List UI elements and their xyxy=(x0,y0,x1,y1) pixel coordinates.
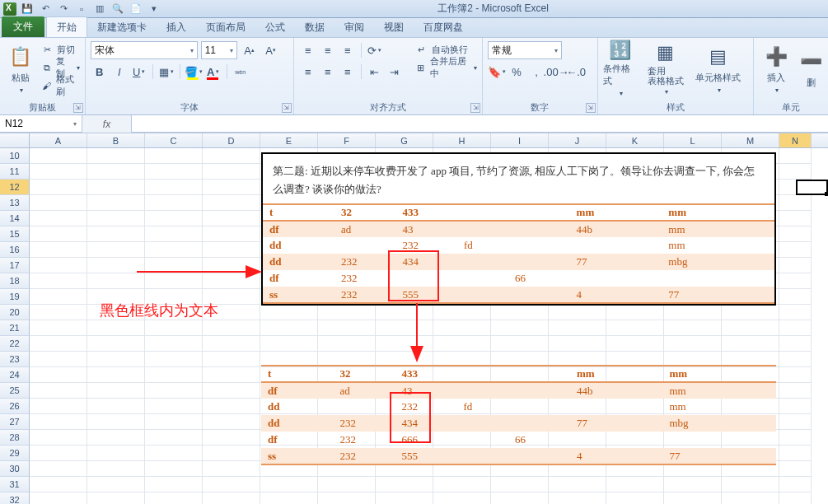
row-header-14[interactable]: 14 xyxy=(0,211,30,226)
tab-data[interactable]: 数据 xyxy=(295,17,334,37)
col-header-D[interactable]: D xyxy=(203,133,260,147)
row-header-23[interactable]: 23 xyxy=(0,352,30,367)
number-format-combo[interactable]: 常规▾ xyxy=(488,41,562,59)
col-header-G[interactable]: G xyxy=(376,133,433,147)
qat-btn-4[interactable]: ▫ xyxy=(74,2,89,16)
align-left-button[interactable]: ≡ xyxy=(299,63,317,81)
save-icon[interactable]: 💾 xyxy=(20,2,35,16)
tab-newtab[interactable]: 新建选项卡 xyxy=(87,17,157,37)
row-header-25[interactable]: 25 xyxy=(0,383,30,399)
fx-button[interactable]: fx xyxy=(82,115,132,133)
clipboard-launcher-icon[interactable]: ⇲ xyxy=(73,103,83,113)
row-header-17[interactable]: 17 xyxy=(0,258,30,273)
row-header-32[interactable]: 32 xyxy=(0,492,30,504)
row-header-18[interactable]: 18 xyxy=(0,273,30,289)
row-header-13[interactable]: 13 xyxy=(0,195,30,211)
border-button[interactable]: ▦ xyxy=(157,63,175,81)
col-header-A[interactable]: A xyxy=(30,133,87,147)
row-header-21[interactable]: 21 xyxy=(0,320,30,336)
insert-cells-button[interactable]: ➕插入 xyxy=(759,41,793,96)
col-header-H[interactable]: H xyxy=(433,133,491,147)
merge-center-button[interactable]: ⊞合并后居中▾ xyxy=(415,59,477,76)
col-header-J[interactable]: J xyxy=(549,133,606,147)
col-header-C[interactable]: C xyxy=(145,133,203,147)
select-all-corner[interactable] xyxy=(0,133,30,147)
tab-formula[interactable]: 公式 xyxy=(255,17,295,37)
tab-layout[interactable]: 页面布局 xyxy=(196,17,255,37)
tab-insert[interactable]: 插入 xyxy=(157,17,196,37)
font-name-combo[interactable]: 宋体▾ xyxy=(91,41,198,59)
qat-btn-5[interactable]: ▥ xyxy=(92,2,107,16)
formula-input[interactable] xyxy=(132,115,828,133)
italic-button[interactable]: I xyxy=(110,63,129,81)
row-header-12[interactable]: 12 xyxy=(0,180,30,195)
row-header-20[interactable]: 20 xyxy=(0,305,30,320)
name-box[interactable]: N12▾ xyxy=(0,115,82,133)
row-header-24[interactable]: 24 xyxy=(0,367,30,383)
qat-btn-6[interactable]: 🔍 xyxy=(110,2,125,16)
fill-color-button[interactable]: 🪣 xyxy=(185,63,203,81)
row-header-30[interactable]: 30 xyxy=(0,461,30,477)
arrow-right-icon xyxy=(137,264,269,280)
shrink-font-button[interactable]: A▾ xyxy=(262,41,280,59)
tab-file[interactable]: 文件 xyxy=(2,16,44,37)
align-right-button[interactable]: ≡ xyxy=(339,63,357,81)
row-header-29[interactable]: 29 xyxy=(0,446,30,461)
row-header-31[interactable]: 31 xyxy=(0,477,30,492)
row-header-28[interactable]: 28 xyxy=(0,430,30,446)
qat-dropdown-icon[interactable]: ▾ xyxy=(147,2,161,16)
row-header-22[interactable]: 22 xyxy=(0,336,30,352)
cell-styles-button[interactable]: ▤单元格样式 xyxy=(694,41,743,96)
delete-cells-button[interactable]: ➖删 xyxy=(798,41,823,96)
row-header-16[interactable]: 16 xyxy=(0,242,30,258)
row-header-10[interactable]: 10 xyxy=(0,148,30,164)
font-color-button[interactable]: A xyxy=(204,63,222,81)
spreadsheet-grid[interactable]: ABCDEFGHIJKLMN 1011121314151617181920212… xyxy=(0,133,828,504)
decrease-decimal-button[interactable]: ←.0 xyxy=(567,63,585,81)
align-middle-button[interactable]: ≡ xyxy=(319,41,337,59)
tab-home[interactable]: 开始 xyxy=(46,16,87,37)
row-header-11[interactable]: 11 xyxy=(0,164,30,180)
decrease-indent-button[interactable]: ⇤ xyxy=(366,63,384,81)
conditional-format-button[interactable]: 🔢条件格式 xyxy=(603,41,638,96)
col-header-F[interactable]: F xyxy=(318,133,376,147)
bold-button[interactable]: B xyxy=(91,63,109,81)
table-format-button[interactable]: ▦套用 表格格式 xyxy=(643,41,689,96)
col-header-K[interactable]: K xyxy=(606,133,664,147)
col-header-I[interactable]: I xyxy=(491,133,549,147)
number-launcher-icon[interactable]: ⇲ xyxy=(586,103,596,113)
group-alignment-label: 对齐方式 xyxy=(299,100,477,113)
percent-button[interactable]: % xyxy=(508,63,526,81)
col-header-E[interactable]: E xyxy=(260,133,318,147)
align-center-button[interactable]: ≡ xyxy=(319,63,337,81)
paste-button[interactable]: 📋 粘贴 xyxy=(5,41,35,96)
grow-font-button[interactable]: A▴ xyxy=(241,41,259,59)
increase-indent-button[interactable]: ⇥ xyxy=(386,63,404,81)
currency-button[interactable]: 🔖 xyxy=(488,63,506,81)
row-header-15[interactable]: 15 xyxy=(0,226,30,242)
col-header-M[interactable]: M xyxy=(722,133,779,147)
col-header-L[interactable]: L xyxy=(664,133,722,147)
align-top-button[interactable]: ≡ xyxy=(299,41,317,59)
font-size-combo[interactable]: 11▾ xyxy=(201,41,237,59)
format-painter-button[interactable]: 🖌格式刷 xyxy=(40,77,79,94)
col-header-B[interactable]: B xyxy=(87,133,145,147)
tab-view[interactable]: 视图 xyxy=(374,17,414,37)
redo-icon[interactable]: ↷ xyxy=(56,2,71,16)
row-header-26[interactable]: 26 xyxy=(0,399,30,414)
col-header-N[interactable]: N xyxy=(779,133,812,147)
alignment-launcher-icon[interactable]: ⇲ xyxy=(470,103,480,113)
underline-button[interactable]: U xyxy=(130,63,148,81)
increase-decimal-button[interactable]: .00→ xyxy=(547,63,565,81)
row-header-19[interactable]: 19 xyxy=(0,289,30,305)
orientation-button[interactable]: ⟳ xyxy=(366,41,384,59)
phonetic-button[interactable]: wén xyxy=(232,63,250,81)
undo-icon[interactable]: ↶ xyxy=(38,2,53,16)
align-bottom-button[interactable]: ≡ xyxy=(339,41,357,59)
font-launcher-icon[interactable]: ⇲ xyxy=(282,103,292,113)
tab-baidu[interactable]: 百度网盘 xyxy=(414,17,473,37)
row-header-27[interactable]: 27 xyxy=(0,414,30,430)
cells-area[interactable]: 第二题: 近期以来停车收费开发了 app 项目, 节约了资源, 相应人工下岗了。… xyxy=(30,148,828,504)
tab-review[interactable]: 审阅 xyxy=(334,17,374,37)
qat-btn-7[interactable]: 📄 xyxy=(129,2,143,16)
